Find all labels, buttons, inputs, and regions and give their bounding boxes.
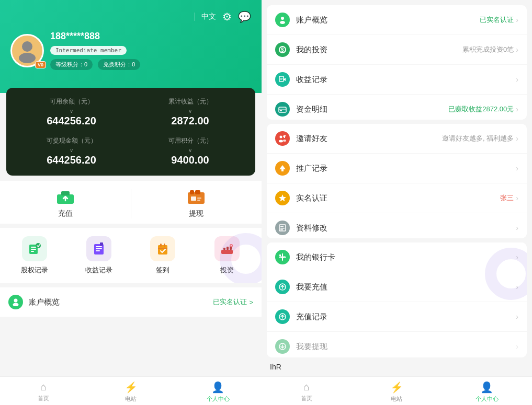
available-value: 644256.20: [17, 115, 126, 127]
svg-rect-47: [280, 228, 285, 229]
svg-rect-19: [100, 242, 103, 246]
withdraw-icon: [186, 189, 207, 206]
menu-section-2: 邀请好友 邀请好友越多, 福利越多 › 推广记录 › 实名认: [267, 124, 527, 238]
realname-value: 张三: [500, 193, 514, 203]
home-icon-left: ⌂: [40, 381, 47, 393]
my-investment-icon: $: [275, 42, 290, 57]
balance-withdrawable: 可提现金额（元） ∨ 644256.20: [17, 136, 126, 166]
recharge-record-chevron: ›: [516, 313, 518, 321]
svg-rect-13: [31, 251, 34, 252]
account-overview-left[interactable]: 账户概览 已实名认证 >: [0, 287, 262, 317]
header-section: 中文 ⚙ 💬 V0 188*****888 Intermediate membe…: [0, 0, 262, 93]
balance-cumulative: 累计收益（元） ∨ 2872.00: [135, 97, 245, 127]
svg-rect-24: [221, 250, 233, 254]
svg-rect-6: [190, 190, 194, 194]
menu-item-my-investment[interactable]: $ 我的投资 累积完成投资0笔 ›: [267, 35, 527, 65]
my-investment-right: 累积完成投资0笔 ›: [462, 45, 518, 54]
settings-icon[interactable]: ⚙: [222, 10, 232, 23]
points-label: 可用积分（元）: [135, 136, 245, 145]
svg-point-1: [19, 53, 36, 63]
income-record-right: ›: [516, 75, 518, 84]
lang-divider: [195, 13, 195, 21]
recharge-record-icon: [275, 309, 290, 324]
quick-item-invest[interactable]: 投资: [198, 236, 257, 275]
svg-point-0: [22, 41, 32, 52]
points-row: 等级积分：0 兑换积分：0: [50, 59, 251, 70]
quick-item-checkin[interactable]: 签到: [133, 236, 193, 275]
svg-rect-3: [61, 191, 70, 195]
nav-profile-left[interactable]: 👤 个人中心: [174, 381, 262, 403]
account-status: 已实名认证: [213, 297, 247, 307]
nav-home-left[interactable]: ⌂ 首页: [0, 381, 87, 403]
checkin-icon: [150, 236, 175, 261]
quick-item-income[interactable]: 收益记录: [70, 236, 129, 275]
menu-item-recharge-record[interactable]: 充值记录 ›: [267, 302, 527, 332]
nav-home-label-left: 首页: [38, 395, 49, 402]
menu-item-promo[interactable]: 推广记录 ›: [267, 154, 527, 183]
menu-item-profile-edit[interactable]: 资料修改 ›: [267, 213, 527, 238]
svg-rect-5: [195, 190, 200, 194]
menu-item-withdraw-request[interactable]: 我要提现 ›: [267, 332, 527, 357]
menu-item-fund-detail[interactable]: 资金明细 已赚取收益2872.00元 ›: [267, 95, 527, 120]
invite-right: 邀请好友越多, 福利越多 ›: [442, 134, 518, 143]
user-info-row: V0 188*****888 Intermediate member 等级积分：…: [10, 31, 251, 70]
bank-card-chevron: ›: [516, 253, 518, 261]
svg-rect-39: [280, 110, 282, 111]
nav-station-right[interactable]: ⚡ 电站: [352, 381, 442, 403]
menu-item-realname[interactable]: 实名认证 张三 ›: [267, 183, 527, 213]
withdrawable-value: 644256.20: [17, 154, 126, 166]
nav-profile-right[interactable]: 👤 个人中心: [442, 381, 532, 403]
svg-rect-8: [197, 198, 201, 199]
svg-rect-9: [197, 200, 200, 201]
my-investment-chevron: ›: [516, 45, 518, 54]
nav-profile-label-left: 个人中心: [207, 395, 230, 403]
menu-item-income-record[interactable]: 收益记录 ›: [267, 65, 527, 95]
svg-rect-46: [280, 226, 284, 227]
member-badge: Intermediate member: [50, 46, 127, 55]
svg-rect-48: [280, 229, 283, 230]
message-icon[interactable]: 💬: [238, 10, 251, 23]
svg-rect-12: [31, 249, 36, 250]
charge-button[interactable]: 充值: [0, 189, 131, 218]
menu-item-account-overview[interactable]: 账户概览 已实名认证 ›: [267, 5, 527, 35]
right-panel: 账户概览 已实名认证 › $ 我的投资 累积完成投资0笔 ›: [262, 0, 532, 405]
account-overview-status: 已实名认证: [480, 15, 514, 25]
available-arrow: ∨: [17, 108, 126, 114]
svg-point-30: [13, 303, 19, 307]
income-label: 收益记录: [85, 265, 112, 275]
svg-rect-17: [96, 248, 102, 249]
invite-icon: [275, 131, 290, 146]
quick-item-equity[interactable]: 股权记录: [5, 236, 64, 275]
withdraw-request-icon: [275, 339, 290, 354]
ao-right: 已实名认证 >: [213, 297, 253, 307]
fund-detail-chevron: ›: [516, 105, 518, 113]
svg-rect-21: [160, 244, 162, 247]
menu-item-recharge[interactable]: 我要充值 ›: [267, 272, 527, 302]
fund-detail-icon: [275, 102, 290, 117]
withdraw-request-label: 我要提现: [296, 342, 516, 352]
nav-profile-label-right: 个人中心: [476, 395, 499, 403]
recharge-chevron: ›: [516, 283, 518, 291]
income-icon: [86, 236, 111, 261]
menu-item-bank-card[interactable]: 我的银行卡 ›: [267, 242, 527, 272]
account-chevron: >: [249, 298, 253, 306]
account-overview-icon: [275, 13, 290, 27]
nav-station-left[interactable]: ⚡ 电站: [87, 381, 175, 403]
bank-card-icon: [275, 250, 290, 264]
recharge-record-label: 充值记录: [296, 312, 516, 322]
cumulative-label: 累计收益（元）: [135, 97, 245, 106]
withdraw-label: 提现: [189, 209, 203, 218]
vip-badge: V0: [35, 61, 46, 68]
station-icon-left: ⚡: [124, 381, 138, 394]
nav-home-right[interactable]: ⌂ 首页: [262, 381, 352, 403]
points-arrow: ∨: [135, 147, 245, 153]
profile-edit-label: 资料修改: [296, 223, 516, 233]
my-investment-status: 累积完成投资0笔: [462, 45, 514, 54]
fund-detail-label: 资金明细: [296, 105, 448, 114]
equity-label: 股权记录: [21, 265, 48, 275]
menu-item-invite[interactable]: 邀请好友 邀请好友越多, 福利越多 ›: [267, 124, 527, 154]
nav-station-label-right: 电站: [391, 395, 402, 403]
withdraw-button[interactable]: 提现: [131, 189, 262, 218]
svg-rect-35: [279, 76, 284, 82]
language-label: 中文: [201, 12, 216, 21]
